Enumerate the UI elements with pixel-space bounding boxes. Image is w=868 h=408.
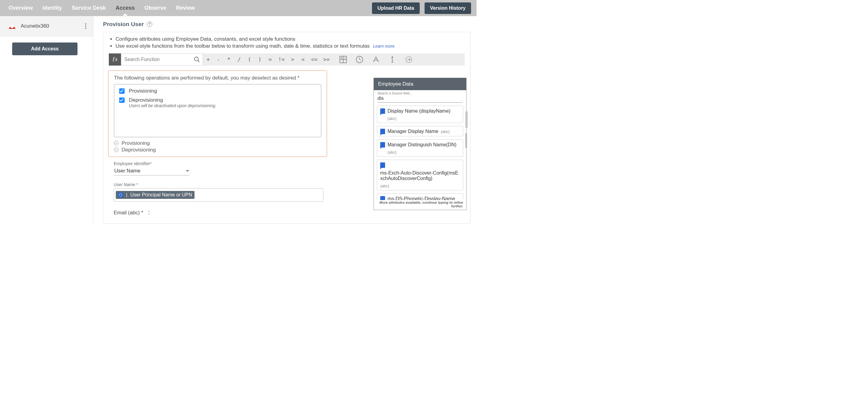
email-field: Email (abc) * :: [114, 209, 284, 216]
svg-point-11: [392, 57, 393, 58]
op-divide[interactable]: /: [234, 56, 244, 63]
employee-data-title: Employee Data: [374, 78, 466, 90]
op-gt[interactable]: >: [287, 56, 298, 63]
op-lt[interactable]: <: [298, 56, 308, 63]
search-icon[interactable]: [194, 56, 200, 63]
op-rparen[interactable]: ): [255, 56, 265, 63]
help-icon[interactable]: ?: [147, 22, 152, 27]
function-toolbar: ƒx + - * / ( ) = != > < <= >=: [109, 54, 465, 66]
op-gte[interactable]: >=: [320, 56, 333, 63]
top-navbar: Overview Identity Service Desk Access Ob…: [0, 0, 476, 16]
function-search-wrap: [121, 54, 203, 66]
svg-line-10: [360, 60, 361, 60]
op-lparen[interactable]: (: [244, 56, 255, 63]
add-access-button[interactable]: Add Access: [12, 42, 78, 55]
nav-tabs: Overview Identity Service Desk Access Ob…: [8, 1, 362, 15]
tab-service-desk[interactable]: Service Desk: [72, 1, 106, 15]
fx-icon[interactable]: ƒx: [109, 54, 121, 66]
employee-identifier-value: User Name: [114, 168, 141, 174]
employee-data-panel: Employee Data Search a Source field... D…: [374, 78, 467, 210]
svg-point-0: [194, 57, 198, 61]
intro-line-2: Use excel-style functions from the toolb…: [116, 43, 463, 50]
operator-buttons: + - * / ( ) = != > < <= >=: [203, 54, 333, 66]
upn-chip-label: User Principal Name or UPN: [130, 192, 192, 198]
emp-search-input[interactable]: [377, 95, 463, 103]
deprovisioning-remove-row[interactable]: Deprovisioning: [114, 147, 321, 153]
top-buttons: Upload HR Data Version History: [372, 2, 471, 14]
emp-attribute-list: Display Name (displayName) (abc) Manager…: [374, 103, 466, 200]
provisioning-label: Provisioning: [129, 88, 157, 94]
app-name-label: Acunetix360: [21, 23, 79, 29]
math-icon[interactable]: [339, 56, 347, 63]
toolbar-icons: [333, 54, 413, 66]
main-content: Provision User ? Configure attributes us…: [93, 16, 476, 224]
minus-icon: [114, 141, 119, 145]
content-panel: Configure attributes using Employee Data…: [103, 32, 470, 224]
tab-overview[interactable]: Overview: [8, 1, 33, 15]
upload-hr-data-button[interactable]: Upload HR Data: [372, 2, 420, 14]
info-icon[interactable]: [389, 56, 396, 63]
user-name-field: User Name * | User Principal Name or UPN: [114, 182, 284, 202]
attribute-icon: [118, 193, 123, 197]
intro-line-1: Configure attributes using Employee Data…: [116, 36, 463, 43]
version-history-button[interactable]: Version History: [425, 2, 471, 14]
op-eq[interactable]: =: [265, 56, 275, 63]
operations-box: Provisioning Deprovisioning Users will b…: [114, 84, 321, 137]
app-row[interactable]: Acunetix360: [0, 16, 93, 36]
panel-scrollbar[interactable]: [465, 111, 468, 128]
attribute-icon: [380, 142, 385, 147]
tab-access[interactable]: Access: [116, 1, 135, 15]
operations-section: The following operations are performed b…: [108, 70, 327, 157]
user-name-input[interactable]: | User Principal Name or UPN: [114, 188, 323, 202]
attribute-icon: [380, 129, 385, 134]
minus-icon: [114, 147, 119, 152]
intro-list: Configure attributes using Employee Data…: [103, 36, 470, 52]
user-name-label: User Name *: [114, 182, 284, 187]
emp-attr-manager-display-name[interactable]: Manager Display Name (abc): [377, 126, 463, 136]
attribute-icon: [380, 196, 385, 200]
provisioning-checkbox[interactable]: [119, 88, 125, 94]
convert-icon[interactable]: [405, 56, 413, 63]
operations-caption: The following operations are performed b…: [114, 75, 321, 81]
clock-icon[interactable]: [355, 56, 364, 63]
employee-identifier-select[interactable]: User Name: [114, 167, 190, 175]
emp-footer-hint: More attributes available, continue typi…: [374, 200, 466, 210]
attribute-icon: [380, 162, 385, 168]
emp-scrollbar[interactable]: [465, 133, 467, 148]
emp-attr-manager-dn[interactable]: Manager Distinguish Name(DN) (abc): [377, 139, 463, 157]
acunetix-logo-icon: [8, 23, 17, 29]
deprovisioning-note: Users will be deactivated upon deprovisi…: [129, 103, 316, 108]
left-sidebar: Acunetix360 Add Access: [0, 16, 93, 224]
page-title: Provision User: [103, 21, 144, 28]
upn-chip[interactable]: | User Principal Name or UPN: [116, 191, 194, 199]
deprovisioning-checkbox[interactable]: [119, 97, 125, 103]
tab-review[interactable]: Review: [176, 1, 195, 15]
text-icon[interactable]: [372, 56, 380, 63]
op-lte[interactable]: <=: [308, 56, 320, 63]
tab-identity[interactable]: Identity: [42, 1, 62, 15]
function-search-input[interactable]: [121, 57, 194, 62]
learn-more-link[interactable]: Learn more: [373, 44, 395, 48]
employee-identifier-label: Employee Identifier*: [114, 161, 284, 166]
emp-search-label: Search a Source field...: [377, 91, 463, 95]
attribute-icon: [380, 108, 385, 114]
email-colon: :: [148, 209, 150, 216]
emp-attr-exch-autodiscover[interactable]: ms-Exch-Auto-Discover-Config(msExchAutoD…: [377, 160, 463, 190]
emp-attr-phonetic-display-name[interactable]: ms-DS-Phonetic-Display-Name: [377, 193, 463, 200]
op-plus[interactable]: +: [203, 56, 213, 63]
tab-observe[interactable]: Observe: [144, 1, 166, 15]
provisioning-remove-row[interactable]: Provisioning: [114, 140, 321, 146]
email-label: Email (abc) *: [114, 210, 143, 216]
employee-identifier-field: Employee Identifier* User Name: [114, 161, 284, 175]
svg-line-1: [198, 60, 200, 62]
chevron-down-icon: [186, 170, 189, 172]
op-multiply[interactable]: *: [224, 56, 234, 63]
op-neq[interactable]: !=: [275, 56, 287, 63]
app-menu-kebab-icon[interactable]: [83, 22, 88, 31]
deprovisioning-label: Deprovisioning: [129, 97, 163, 103]
op-minus[interactable]: -: [213, 56, 224, 63]
emp-attr-display-name[interactable]: Display Name (displayName) (abc): [377, 106, 463, 123]
